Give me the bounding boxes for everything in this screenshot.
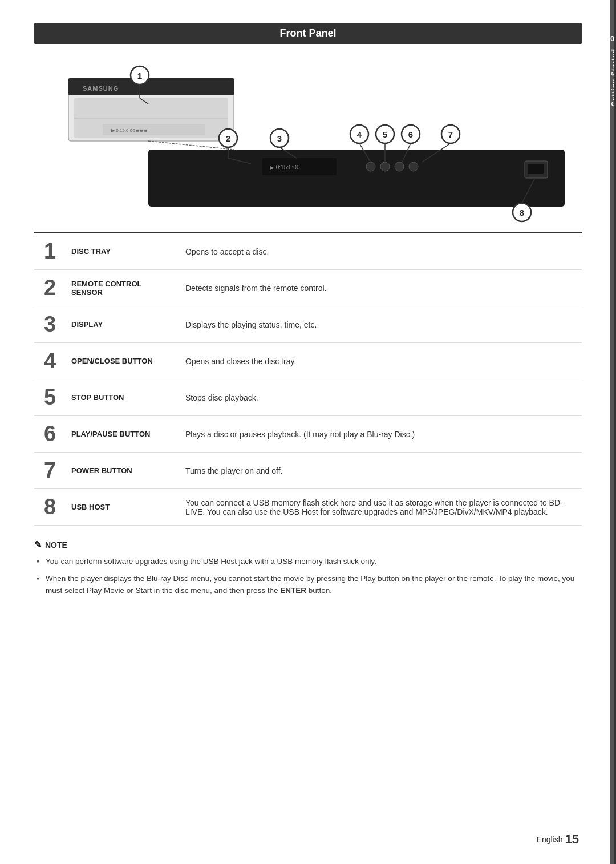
svg-point-12	[395, 162, 404, 171]
component-description: Stops disc playback.	[180, 379, 582, 416]
component-label: DISC TRAY	[66, 233, 180, 270]
component-description: Plays a disc or pauses playback. (It may…	[180, 416, 582, 453]
section-header: Front Panel	[34, 23, 582, 44]
svg-rect-15	[528, 164, 544, 174]
component-number: 4	[34, 343, 66, 379]
component-number: 1	[34, 233, 66, 270]
component-description: Turns the player on and off.	[180, 453, 582, 489]
svg-text:4: 4	[357, 130, 362, 139]
svg-text:8: 8	[520, 208, 524, 217]
svg-rect-7	[148, 150, 565, 207]
component-label: POWER BUTTON	[66, 453, 180, 489]
component-number: 2	[34, 270, 66, 306]
table-row: 5 STOP BUTTON Stops disc playback.	[34, 379, 582, 416]
svg-text:3: 3	[277, 134, 282, 143]
page-label: English	[537, 835, 563, 844]
side-tab: 03 Getting Started	[610, 0, 616, 864]
note-section: ✎ NOTE You can perform software upgrades…	[34, 539, 582, 596]
component-label: REMOTE CONTROL SENSOR	[66, 270, 180, 306]
table-row: 1 DISC TRAY Opens to accept a disc.	[34, 233, 582, 270]
component-label: PLAY/PAUSE BUTTON	[66, 416, 180, 453]
component-label: USB HOST	[66, 489, 180, 526]
component-label: DISPLAY	[66, 306, 180, 343]
svg-text:5: 5	[383, 130, 387, 139]
svg-text:7: 7	[448, 130, 453, 139]
note-title: ✎ NOTE	[34, 539, 582, 550]
components-table: 1 DISC TRAY Opens to accept a disc. 2 RE…	[34, 232, 582, 526]
component-description: Opens to accept a disc.	[180, 233, 582, 270]
page-number: 15	[565, 832, 579, 847]
component-number: 7	[34, 453, 66, 489]
svg-text:1: 1	[137, 71, 142, 80]
component-number: 3	[34, 306, 66, 343]
component-description: Opens and closes the disc tray.	[180, 343, 582, 379]
component-description: You can connect a USB memory flash stick…	[180, 489, 582, 526]
svg-point-10	[366, 162, 375, 171]
note-item: When the player displays the Blu-ray Dis…	[34, 573, 582, 596]
svg-text:6: 6	[408, 130, 413, 139]
svg-point-11	[380, 162, 390, 171]
main-content: Front Panel SAMSUNG ▶ 0:15:6:00 ■	[0, 0, 610, 864]
side-tab-bar	[614, 0, 616, 864]
svg-text:▶ 0:15:6:00  ■ ■ ■: ▶ 0:15:6:00 ■ ■ ■	[111, 128, 147, 133]
svg-text:▶ 0:15:6:00: ▶ 0:15:6:00	[270, 164, 300, 171]
component-label: STOP BUTTON	[66, 379, 180, 416]
svg-text:SAMSUNG: SAMSUNG	[83, 85, 119, 92]
device-illustration: SAMSUNG ▶ 0:15:6:00 ■ ■ ■ ▶ 0:15:6:00	[34, 50, 582, 221]
front-panel-section: Front Panel SAMSUNG ▶ 0:15:6:00 ■	[34, 23, 582, 221]
table-row: 6 PLAY/PAUSE BUTTON Plays a disc or paus…	[34, 416, 582, 453]
note-item: You can perform software upgrades using …	[34, 556, 582, 567]
table-row: 7 POWER BUTTON Turns the player on and o…	[34, 453, 582, 489]
component-description: Displays the playing status, time, etc.	[180, 306, 582, 343]
table-row: 4 OPEN/CLOSE BUTTON Opens and closes the…	[34, 343, 582, 379]
component-number: 6	[34, 416, 66, 453]
component-number: 5	[34, 379, 66, 416]
page-number-area: English 15	[537, 832, 579, 847]
note-icon: ✎	[34, 539, 42, 550]
table-row: 8 USB HOST You can connect a USB memory …	[34, 489, 582, 526]
table-row: 2 REMOTE CONTROL SENSOR Detects signals …	[34, 270, 582, 306]
component-label: OPEN/CLOSE BUTTON	[66, 343, 180, 379]
table-row: 3 DISPLAY Displays the playing status, t…	[34, 306, 582, 343]
svg-text:2: 2	[226, 134, 230, 143]
component-number: 8	[34, 489, 66, 526]
component-description: Detects signals from the remote control.	[180, 270, 582, 306]
note-label: NOTE	[45, 540, 67, 550]
svg-point-13	[409, 162, 418, 171]
